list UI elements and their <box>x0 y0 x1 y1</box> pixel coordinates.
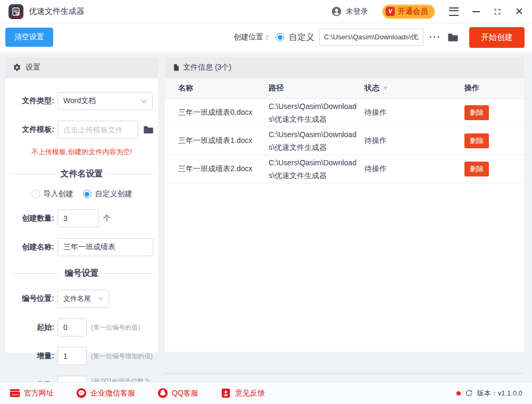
number-position-select[interactable]: 文件名尾 <box>57 290 109 308</box>
filename-section-title: 文件名设置 <box>61 169 103 180</box>
browse-more-button[interactable]: ··· <box>428 32 442 42</box>
file-type-select[interactable]: Word文档 <box>57 92 153 110</box>
increment-input[interactable] <box>57 347 87 365</box>
vip-badge-icon: V <box>386 7 395 16</box>
count-unit-label: 个 <box>103 214 111 223</box>
table-row: 三年一班成绩表2.docx C:\Users\Qasim\Downloads\优… <box>165 155 524 183</box>
feedback-label: 意见反馈 <box>235 389 265 398</box>
radio-custom-icon <box>83 190 92 198</box>
login-status[interactable]: 未登录 <box>331 6 368 17</box>
output-path-input[interactable] <box>319 29 423 46</box>
create-name-label: 创建名称: <box>11 242 54 252</box>
main-area: 设置 文件类型: Word文档 文件模板: 不上传模板,创建的文件内容为空! 文… <box>0 52 532 382</box>
settings-panel: 设置 文件类型: Word文档 文件模板: 不上传模板,创建的文件内容为空! 文… <box>5 57 158 352</box>
start-number-label: 起始: <box>11 323 54 332</box>
minimize-button[interactable] <box>472 11 480 12</box>
radio-import-create[interactable]: 导入创建 <box>31 189 73 199</box>
hamburger-icon <box>449 7 459 16</box>
gear-icon <box>13 63 21 72</box>
file-info-panel: 文件信息 (3个) 名称 路径 状态 操作 三年一班成绩表0.docx C:\U… <box>165 57 524 352</box>
svg-text:.com: .com <box>11 393 19 397</box>
template-label: 文件模板: <box>11 125 54 134</box>
table-row: 三年一班成绩表0.docx C:\Users\Qasim\Downloads\优… <box>165 99 524 127</box>
file-name-cell: 三年一班成绩表1.docx <box>178 136 269 146</box>
vip-upgrade-button[interactable]: V 开通会员 <box>382 4 435 19</box>
table-row: 三年一班成绩表1.docx C:\Users\Qasim\Downloads\优… <box>165 127 524 155</box>
file-type-label: 文件类型: <box>11 96 54 106</box>
radio-custom-create[interactable]: 自定义创建 <box>83 189 132 199</box>
vip-button-label: 开通会员 <box>398 7 428 16</box>
radio-custom-label: 自定义创建 <box>95 189 132 199</box>
document-icon <box>172 63 180 72</box>
wechat-service-icon <box>76 388 87 399</box>
menu-button[interactable] <box>449 7 459 16</box>
col-status: 状态 <box>364 83 379 93</box>
minimize-icon <box>472 11 480 12</box>
number-position-label: 编号位置: <box>11 294 54 304</box>
col-path: 路径 <box>269 83 364 93</box>
file-status-cell: 待操作 <box>364 136 464 146</box>
radio-import-icon <box>31 190 40 198</box>
feedback-link[interactable]: 意见反馈 <box>221 388 265 399</box>
toolbar: 清空设置 创建位置： 自定义 ··· 开始创建 <box>0 23 532 52</box>
file-path-cell: C:\Users\Qasim\Downloads\优速文件生成器 <box>269 99 364 127</box>
official-website-label: 官方网址 <box>24 389 54 398</box>
delete-button[interactable]: 删除 <box>464 162 489 176</box>
app-title: 优速文件生成器 <box>29 6 85 16</box>
number-section-header: 编号设置 <box>11 268 153 279</box>
radio-import-label: 导入创建 <box>44 189 73 199</box>
wechat-service-link[interactable]: 企业微信客服 <box>76 388 135 399</box>
increment-hint: (第一位编号增加的值) <box>91 352 153 361</box>
clear-settings-button[interactable]: 清空设置 <box>5 28 53 47</box>
start-create-button[interactable]: 开始创建 <box>469 27 525 48</box>
status-dot-icon <box>456 391 461 395</box>
settings-panel-title: 设置 <box>26 63 40 72</box>
file-table-header: 名称 路径 状态 操作 <box>165 78 524 99</box>
file-name-cell: 三年一班成绩表0.docx <box>178 108 269 117</box>
user-avatar-icon <box>331 6 342 17</box>
login-status-label: 未登录 <box>346 7 368 16</box>
no-template-warning: 不上传模板,创建的文件内容为空! <box>11 147 153 157</box>
filter-funnel-icon[interactable] <box>382 85 389 92</box>
custom-location-radio-label: 自定义 <box>289 32 314 43</box>
file-info-title: 文件信息 (3个) <box>183 63 231 72</box>
create-count-label: 创建数量: <box>11 214 54 223</box>
file-table-body: 三年一班成绩表0.docx C:\Users\Qasim\Downloads\优… <box>165 99 524 183</box>
create-count-input[interactable] <box>57 209 99 228</box>
maximize-icon <box>494 8 501 15</box>
qq-service-link[interactable]: QQ客服 <box>157 388 198 399</box>
chevron-down-icon <box>141 99 147 103</box>
file-path-cell: C:\Users\Qasim\Downloads\优速文件生成器 <box>269 155 364 183</box>
number-section-title: 编号设置 <box>65 268 99 279</box>
template-upload-input[interactable] <box>57 121 138 139</box>
delete-button[interactable]: 删除 <box>464 133 489 148</box>
increment-label: 增量: <box>11 351 54 361</box>
app-logo-icon <box>9 4 23 19</box>
custom-location-radio[interactable] <box>276 33 284 41</box>
website-icon: .com <box>10 388 20 399</box>
wechat-service-label: 企业微信客服 <box>90 389 135 398</box>
titlebar: 优速文件生成器 未登录 V 开通会员 ✕ <box>0 0 532 23</box>
col-action: 操作 <box>464 83 524 93</box>
number-position-value: 文件名尾 <box>63 294 91 304</box>
close-button[interactable]: ✕ <box>515 6 523 16</box>
create-location-label: 创建位置： <box>234 32 271 42</box>
start-number-input[interactable] <box>57 318 87 336</box>
feedback-icon <box>221 388 231 399</box>
refresh-icon[interactable] <box>465 389 473 397</box>
settings-panel-header: 设置 <box>5 57 158 78</box>
version-label: 版本：v1.1.0.0 <box>477 389 522 398</box>
close-icon: ✕ <box>515 6 523 16</box>
panel-bottom-divider <box>164 373 523 374</box>
create-name-input[interactable] <box>57 238 153 256</box>
chevron-down-icon <box>98 297 103 300</box>
file-name-cell: 三年一班成绩表2.docx <box>178 164 269 174</box>
start-number-hint: (第一位编号的值) <box>91 323 140 332</box>
maximize-button[interactable] <box>494 8 501 15</box>
delete-button[interactable]: 删除 <box>464 105 489 120</box>
file-path-cell: C:\Users\Qasim\Downloads\优速文件生成器 <box>269 127 364 155</box>
open-folder-icon[interactable] <box>447 31 459 44</box>
official-website-link[interactable]: .com 官方网址 <box>10 388 54 399</box>
qq-service-label: QQ客服 <box>172 389 198 398</box>
template-folder-icon[interactable] <box>143 124 154 136</box>
